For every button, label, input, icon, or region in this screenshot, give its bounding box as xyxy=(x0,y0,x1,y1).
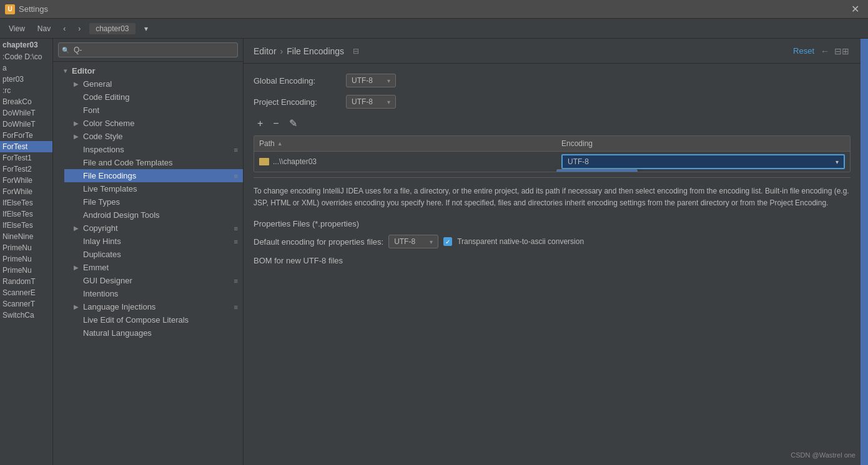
edit-button[interactable]: ✎ xyxy=(285,116,301,130)
table-row[interactable]: ...\\chapter03 UTF-8 ▾ GBK xyxy=(254,152,850,172)
project-item[interactable]: SwitchCa xyxy=(0,310,52,321)
project-item[interactable]: ScannerE xyxy=(0,287,52,298)
right-strip xyxy=(861,39,868,465)
encoding-header: Encoding xyxy=(556,136,850,151)
global-encoding-value: UTF-8 xyxy=(352,76,373,85)
sidebar-item-inlay-hints[interactable]: Inlay Hints xyxy=(64,235,243,248)
encoding-select-dropdown[interactable]: UTF-8 ▾ xyxy=(561,154,845,169)
nav-back-arrow[interactable]: ← xyxy=(819,45,831,57)
window-title: Settings xyxy=(19,4,48,14)
nav-menu[interactable]: Nav xyxy=(34,23,54,34)
dropdown-arrow-icon: ▾ xyxy=(430,238,433,245)
project-item[interactable]: ForTest2 xyxy=(0,164,52,175)
sidebar-item-color-scheme[interactable]: ▶ Color Scheme xyxy=(64,117,243,130)
properties-encoding-dropdown[interactable]: UTF-8 ▾ xyxy=(388,235,438,248)
path-header[interactable]: Path xyxy=(254,136,556,151)
path-cell: ...\\chapter03 xyxy=(254,155,556,169)
project-item[interactable]: IfElseTes xyxy=(0,220,52,231)
sidebar-item-natural-languages[interactable]: Natural Languages xyxy=(64,326,243,340)
properties-encoding-row: Default encoding for properties files: U… xyxy=(254,235,851,248)
chapter-tab[interactable]: chapter03 xyxy=(89,23,135,34)
table-header: Path Encoding xyxy=(254,136,850,152)
project-encoding-row: Project Encoding: UTF-8 ▾ xyxy=(254,95,851,109)
close-button[interactable]: ✕ xyxy=(847,2,863,16)
sidebar-item-inspections[interactable]: Inspections xyxy=(64,143,243,156)
project-encoding-value: UTF-8 xyxy=(352,97,373,106)
transparent-checkbox-row: Transparent native-to-ascii conversion xyxy=(443,237,584,246)
remove-button[interactable]: − xyxy=(269,117,282,130)
dropdown-arrow-icon: ▾ xyxy=(387,99,390,105)
nav-dropdown-btn[interactable]: ▾ xyxy=(141,23,152,34)
project-item: a xyxy=(0,62,52,74)
project-item[interactable]: ForForTe xyxy=(0,130,52,141)
editor-label: Editor xyxy=(72,66,238,76)
transparent-checkbox[interactable] xyxy=(443,237,452,246)
sidebar-item-emmet[interactable]: ▶ Emmet xyxy=(64,261,243,274)
project-item[interactable]: ScannerT xyxy=(0,298,52,310)
project-item[interactable]: IfElseTes xyxy=(0,197,52,208)
sidebar-item-code-style[interactable]: ▶ Code Style xyxy=(64,130,243,143)
project-item[interactable]: DoWhileT xyxy=(0,107,52,119)
breadcrumb-current: File Encodings xyxy=(287,46,344,56)
sidebar-item-live-templates[interactable]: Live Templates xyxy=(64,182,243,195)
encoding-option-gbk[interactable]: GBK xyxy=(557,170,637,172)
view-menu[interactable]: View xyxy=(5,23,29,34)
sidebar-item-file-types[interactable]: File Types xyxy=(64,195,243,208)
sidebar-item-code-editing[interactable]: Code Editing xyxy=(64,91,243,104)
settings-icon: ⊟ xyxy=(353,47,359,56)
breadcrumb-parent[interactable]: Editor xyxy=(254,46,277,56)
properties-encoding-value: UTF-8 xyxy=(394,237,415,246)
project-item[interactable]: BreakCo xyxy=(0,96,52,107)
sidebar-item-font[interactable]: Font xyxy=(64,104,243,117)
properties-encoding-label: Default encoding for properties files: xyxy=(254,237,383,247)
sidebar-item-intentions[interactable]: Intentions xyxy=(64,287,243,300)
project-header: chapter03 xyxy=(0,39,52,51)
project-item: :Code D:\co xyxy=(0,51,52,62)
project-encoding-dropdown[interactable]: UTF-8 ▾ xyxy=(346,95,396,109)
project-item[interactable]: NineNine xyxy=(0,231,52,242)
forward-btn[interactable]: › xyxy=(74,23,84,34)
watermark: CSDN @Wastrel one xyxy=(791,451,856,459)
settings-search-input[interactable] xyxy=(58,42,238,57)
project-item: pter03 xyxy=(0,74,52,85)
sidebar-item-general[interactable]: ▶ General xyxy=(64,77,243,91)
project-item[interactable]: PrimeNu xyxy=(0,242,52,253)
encoding-selected-value: UTF-8 xyxy=(568,157,589,166)
project-item[interactable]: RandomT xyxy=(0,276,52,287)
project-item[interactable]: DoWhileT xyxy=(0,119,52,130)
sidebar-item-duplicates[interactable]: Duplicates xyxy=(64,248,243,261)
encoding-dropdown-arrow-icon: ▾ xyxy=(836,159,839,165)
sidebar-item-file-encodings[interactable]: File Encodings xyxy=(64,169,243,182)
encoding-cell[interactable]: UTF-8 ▾ GBK ISO-8859-1 xyxy=(556,152,850,172)
reset-button[interactable]: Reset xyxy=(793,46,814,56)
sidebar-item-language-injections[interactable]: ▶ Language Injections xyxy=(64,300,243,313)
sidebar-item-live-edit-compose[interactable]: Live Edit of Compose Literals xyxy=(64,313,243,326)
add-button[interactable]: + xyxy=(254,117,267,130)
description-text: To change encoding IntelliJ IDEA uses fo… xyxy=(254,187,849,207)
back-btn[interactable]: ‹ xyxy=(59,23,69,34)
settings-sidebar: ▾ Editor ▶ General Code Editing xyxy=(53,39,244,465)
global-encoding-dropdown[interactable]: UTF-8 ▾ xyxy=(346,74,396,87)
encoding-dropdown-menu: GBK ISO-8859-1 US-ASCII UT xyxy=(556,169,638,172)
dropdown-arrow-icon: ▾ xyxy=(387,77,390,84)
chevron-right-icon: ▶ xyxy=(72,132,81,141)
sidebar-item-copyright[interactable]: ▶ Copyright xyxy=(64,222,243,235)
breadcrumb-separator: › xyxy=(280,46,284,56)
sidebar-item-android-design-tools[interactable]: Android Design Tools xyxy=(64,208,243,222)
project-item: :rc xyxy=(0,85,52,96)
tree-children: ▶ General Code Editing Font ▶ xyxy=(53,77,243,340)
project-item[interactable]: ForWhile xyxy=(0,175,52,186)
project-panel: chapter03 :Code D:\co a pter03 :rc Break… xyxy=(0,39,53,465)
project-item[interactable]: PrimeNu xyxy=(0,253,52,265)
project-item[interactable]: IfElseTes xyxy=(0,208,52,220)
project-item-active[interactable]: ForTest xyxy=(0,141,52,152)
chevron-right-icon: ▶ xyxy=(72,303,81,311)
sidebar-item-file-code-templates[interactable]: File and Code Templates xyxy=(64,156,243,169)
sidebar-item-gui-designer[interactable]: GUI Designer xyxy=(64,274,243,287)
project-item[interactable]: ForWhile xyxy=(0,186,52,197)
sidebar-item-editor[interactable]: ▾ Editor xyxy=(53,64,243,77)
global-encoding-label: Global Encoding: xyxy=(254,76,341,86)
content-body: Global Encoding: UTF-8 ▾ Project Encodin… xyxy=(244,64,861,465)
project-item[interactable]: ForTest1 xyxy=(0,152,52,164)
project-item[interactable]: PrimeNu xyxy=(0,265,52,276)
